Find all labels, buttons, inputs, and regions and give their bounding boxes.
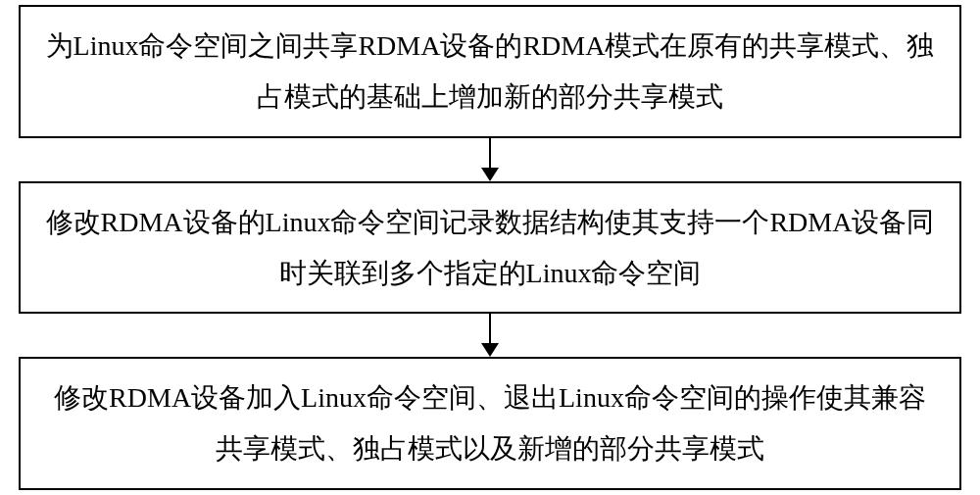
arrow-line-icon	[489, 138, 491, 168]
flow-step-2: 修改RDMA设备的Linux命令空间记录数据结构使其支持一个RDMA设备同时关联…	[19, 181, 961, 315]
flow-step-2-text: 修改RDMA设备的Linux命令空间记录数据结构使其支持一个RDMA设备同时关联…	[46, 207, 935, 288]
flow-step-3-text: 修改RDMA设备加入Linux命令空间、退出Linux命令空间的操作使其兼容共享…	[54, 382, 926, 464]
arrow-head-icon	[481, 343, 499, 357]
flow-step-1: 为Linux命令空间之间共享RDMA设备的RDMA模式在原有的共享模式、独占模式…	[19, 5, 961, 138]
flow-step-1-text: 为Linux命令空间之间共享RDMA设备的RDMA模式在原有的共享模式、独占模式…	[46, 30, 935, 112]
flow-step-3: 修改RDMA设备加入Linux命令空间、退出Linux命令空间的操作使其兼容共享…	[19, 357, 961, 490]
arrow-1-to-2	[481, 138, 499, 181]
arrow-head-icon	[481, 168, 499, 181]
arrow-2-to-3	[481, 314, 499, 357]
arrow-line-icon	[489, 314, 491, 343]
